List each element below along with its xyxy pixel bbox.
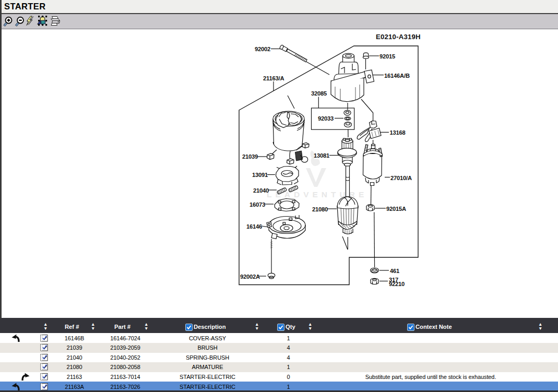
svg-text:E0210-A319H: E0210-A319H [376, 33, 421, 41]
svg-text:16073: 16073 [250, 201, 265, 208]
svg-text:92015A: 92015A [386, 206, 406, 212]
svg-text:92002: 92002 [255, 46, 270, 52]
svg-text:16146A/B: 16146A/B [384, 73, 410, 79]
svg-text:92210: 92210 [389, 281, 405, 287]
svg-text:461: 461 [390, 268, 399, 274]
svg-text:21080: 21080 [312, 206, 328, 212]
svg-text:21040: 21040 [253, 187, 269, 194]
svg-text:92015: 92015 [379, 53, 395, 60]
svg-text:32085: 32085 [311, 90, 327, 97]
svg-text:16146: 16146 [246, 223, 262, 230]
svg-text:13168: 13168 [390, 129, 406, 136]
svg-text:21163/A: 21163/A [263, 75, 284, 81]
svg-text:21039: 21039 [242, 153, 258, 160]
svg-text:92002A: 92002A [240, 274, 260, 280]
svg-text:27010/A: 27010/A [390, 175, 412, 181]
svg-text:92033: 92033 [318, 115, 334, 122]
svg-text:13091: 13091 [252, 172, 268, 178]
svg-text:13081: 13081 [314, 152, 329, 159]
